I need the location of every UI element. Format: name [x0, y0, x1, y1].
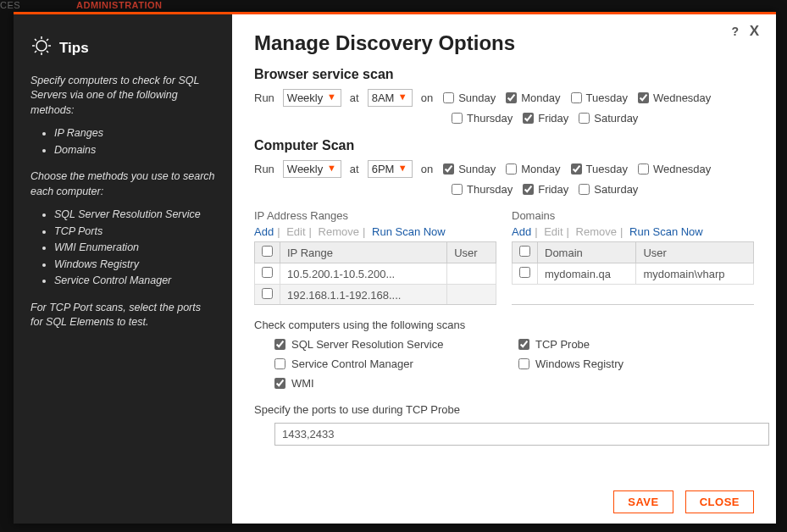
domain-remove-link[interactable]: Remove — [576, 225, 617, 238]
scan-methods-section: Check computers using the following scan… — [254, 319, 754, 390]
tips-search-item: TCP Ports — [54, 224, 215, 240]
day-label: Saturday — [594, 183, 638, 196]
dialog: Tips Specify computers to check for SQL … — [14, 12, 776, 524]
scan-method-option[interactable]: WMI — [274, 377, 510, 390]
day-option[interactable]: Wednesday — [638, 163, 711, 175]
day-option[interactable]: Thursday — [452, 112, 513, 125]
day-option[interactable]: Saturday — [579, 112, 638, 125]
day-label: Sunday — [458, 163, 496, 175]
ip-user-cell — [447, 263, 496, 285]
scan-method-option[interactable]: Service Control Manager — [274, 357, 510, 370]
day-checkbox[interactable] — [523, 184, 534, 195]
day-option[interactable]: Saturday — [579, 183, 638, 196]
day-option[interactable]: Tuesday — [571, 91, 628, 104]
table-row[interactable]: 10.5.200.1-10.5.200... — [255, 263, 496, 285]
day-option[interactable]: Friday — [523, 112, 568, 125]
scan-method-option[interactable]: TCP Probe — [518, 338, 754, 351]
run-label: Run — [254, 163, 274, 175]
day-checkbox[interactable] — [452, 113, 463, 124]
svg-line-8 — [47, 39, 48, 41]
domains-section: Domains Add| Edit| Remove| Run Scan Now … — [512, 209, 754, 305]
scan-method-option[interactable]: Windows Registry — [518, 357, 754, 370]
save-button[interactable]: SAVE — [613, 490, 673, 513]
day-checkbox[interactable] — [452, 184, 463, 195]
day-option[interactable]: Monday — [506, 91, 560, 104]
day-option[interactable]: Friday — [523, 183, 568, 196]
day-label: Friday — [538, 183, 568, 196]
ip-remove-link[interactable]: Remove — [319, 225, 359, 238]
day-label: Monday — [521, 163, 560, 175]
day-option[interactable]: Thursday — [452, 183, 513, 196]
on-label: on — [421, 163, 433, 175]
row-checkbox[interactable] — [262, 288, 273, 299]
domain-col-domain: Domain — [538, 242, 636, 263]
close-icon[interactable]: X — [750, 23, 759, 40]
ip-ranges-title: IP Address Ranges — [254, 209, 496, 222]
day-checkbox[interactable] — [579, 113, 590, 124]
day-checkbox[interactable] — [443, 92, 454, 103]
day-checkbox[interactable] — [523, 113, 534, 124]
scan-method-checkbox[interactable] — [274, 358, 285, 369]
lightbulb-icon — [30, 35, 53, 62]
day-checkbox[interactable] — [443, 163, 454, 175]
tips-para1: Specify computers to check for SQL Serve… — [30, 74, 215, 119]
domain-select-all-checkbox[interactable] — [519, 246, 530, 257]
day-checkbox[interactable] — [571, 163, 582, 175]
svg-line-6 — [47, 51, 48, 53]
domain-col-user: User — [636, 242, 754, 263]
day-checkbox[interactable] — [638, 163, 649, 175]
day-option[interactable]: Tuesday — [571, 163, 628, 175]
tips-para3: For TCP Port scans, select the ports for… — [30, 301, 215, 330]
day-checkbox[interactable] — [506, 92, 517, 103]
ip-run-scan-link[interactable]: Run Scan Now — [372, 225, 446, 238]
tips-search-item: Service Control Manager — [54, 274, 215, 289]
day-label: Thursday — [467, 183, 513, 196]
row-checkbox[interactable] — [262, 267, 273, 278]
day-label: Tuesday — [586, 163, 628, 175]
at-label: at — [350, 91, 359, 104]
browser-scan-time-select[interactable]: 8AM — [368, 89, 413, 107]
tcp-ports-input[interactable] — [274, 423, 769, 446]
day-option[interactable]: Sunday — [443, 163, 496, 175]
help-icon[interactable]: ? — [731, 25, 739, 38]
browser-scan-heading: Browser service scan — [254, 67, 754, 82]
scan-method-option[interactable]: SQL Server Resolution Service — [274, 338, 510, 351]
day-label: Wednesday — [653, 91, 711, 104]
browser-scan-frequency-select[interactable]: Weekly — [283, 89, 341, 107]
tips-search-item: SQL Server Resolution Service — [54, 208, 215, 223]
day-checkbox[interactable] — [638, 92, 649, 103]
day-checkbox[interactable] — [579, 184, 590, 195]
domains-linkbar: Add| Edit| Remove| Run Scan Now — [512, 225, 754, 238]
domain-edit-link[interactable]: Edit — [544, 225, 563, 238]
scan-method-checkbox[interactable] — [274, 378, 285, 389]
close-button[interactable]: CLOSE — [685, 490, 754, 513]
computer-scan-time-select[interactable]: 6PM — [368, 160, 413, 178]
scan-method-label: Windows Registry — [535, 357, 624, 370]
computer-scan-days: SundayMondayTuesdayWednesday — [443, 163, 711, 175]
domain-add-link[interactable]: Add — [512, 225, 531, 238]
row-checkbox[interactable] — [519, 267, 530, 278]
ip-add-link[interactable]: Add — [254, 225, 274, 238]
day-option[interactable]: Wednesday — [638, 91, 711, 104]
table-row[interactable]: 192.168.1.1-192.168.... — [255, 285, 496, 306]
scan-method-checkbox[interactable] — [274, 339, 285, 350]
day-option[interactable]: Monday — [506, 163, 560, 175]
day-label: Tuesday — [586, 91, 628, 104]
domain-run-scan-link[interactable]: Run Scan Now — [629, 225, 703, 238]
ip-edit-link[interactable]: Edit — [286, 225, 305, 238]
on-label: on — [421, 91, 433, 104]
scan-method-checkbox[interactable] — [518, 358, 529, 369]
day-checkbox[interactable] — [571, 92, 582, 103]
computer-scan-frequency-select[interactable]: Weekly — [283, 160, 341, 178]
ip-select-all-checkbox[interactable] — [262, 246, 273, 257]
run-label: Run — [254, 91, 274, 104]
ip-range-cell: 10.5.200.1-10.5.200... — [280, 263, 447, 285]
day-label: Monday — [521, 91, 560, 104]
table-row[interactable]: mydomain.qamydomain\vharp — [513, 263, 754, 285]
scan-method-checkbox[interactable] — [518, 339, 529, 350]
ip-col-user: User — [447, 242, 496, 263]
day-option[interactable]: Sunday — [443, 91, 496, 104]
day-checkbox[interactable] — [506, 163, 517, 175]
scan-methods-label: Check computers using the following scan… — [254, 319, 754, 331]
tips-search-item: Windows Registry — [54, 258, 215, 273]
